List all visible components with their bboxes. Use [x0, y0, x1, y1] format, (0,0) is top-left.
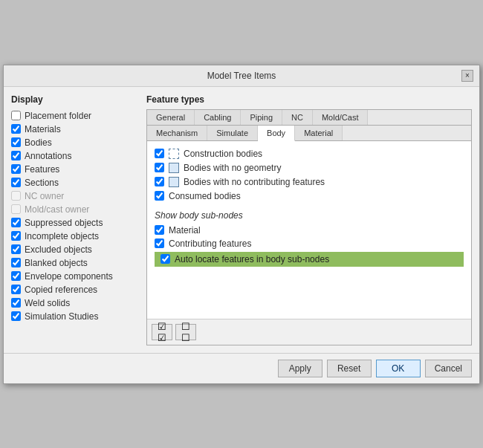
- sub-node-checkbox-0[interactable]: [155, 225, 164, 235]
- display-label-6: NC owner: [25, 191, 64, 201]
- display-checkbox-6: [11, 191, 21, 201]
- display-item-9: Incomplete objects: [11, 230, 139, 243]
- tab-cabling[interactable]: Cabling: [195, 110, 241, 125]
- display-item-0: Placement folder: [11, 109, 139, 123]
- display-checkbox-5[interactable]: [11, 178, 21, 187]
- tab-body[interactable]: Body: [258, 126, 295, 141]
- dialog-footer: Apply Reset OK Cancel: [4, 353, 479, 383]
- display-checkbox-14[interactable]: [11, 298, 21, 308]
- display-item-14: Weld solids: [11, 296, 139, 310]
- sub-nodes-list: MaterialContributing features: [155, 225, 464, 249]
- check-all-icon: ☑☑: [158, 321, 166, 343]
- display-label-0: Placement folder: [25, 111, 91, 121]
- sub-node-checkbox-1[interactable]: [155, 238, 164, 248]
- sub-nodes-label: Show body sub-nodes: [155, 210, 464, 221]
- display-checkbox-11[interactable]: [11, 258, 21, 267]
- display-checkbox-1[interactable]: [11, 124, 21, 134]
- display-item-6: NC owner: [11, 189, 139, 203]
- display-item-12: Envelope components: [11, 270, 139, 283]
- reset-button[interactable]: Reset: [327, 360, 372, 377]
- uncheck-all-button[interactable]: ☐☐: [175, 324, 196, 340]
- display-checkbox-10[interactable]: [11, 244, 21, 254]
- tab-mold-cast[interactable]: Mold/Cast: [313, 110, 369, 125]
- auto-locate-label: Auto locate features in body sub-nodes: [175, 254, 329, 264]
- display-checkbox-4[interactable]: [11, 164, 21, 174]
- display-item-5: Sections: [11, 176, 139, 189]
- display-item-7: Mold/cast owner: [11, 203, 139, 216]
- solid-icon-2: [169, 177, 179, 187]
- display-label-4: Features: [25, 164, 59, 175]
- display-item-11: Blanked objects: [11, 256, 139, 270]
- display-checkbox-13[interactable]: [11, 285, 21, 294]
- body-checkbox-item-2: Bodies with no contributing features: [155, 177, 464, 187]
- dialog-window: Model Tree Items × Display Placement fol…: [3, 65, 480, 384]
- display-item-10: Excluded objects: [11, 243, 139, 256]
- dialog-title: Model Tree Items: [22, 71, 461, 81]
- body-checkbox-item-3: Consumed bodies: [155, 191, 464, 201]
- display-label-14: Weld solids: [25, 298, 70, 308]
- display-label-7: Mold/cast owner: [25, 204, 89, 215]
- tabs-row-1: GeneralCablingPipingNCMold/Cast: [147, 110, 471, 126]
- tab-nc[interactable]: NC: [282, 110, 313, 125]
- body-checkbox-3[interactable]: [155, 191, 164, 201]
- display-item-15: Simulation Studies: [11, 310, 139, 323]
- close-button[interactable]: ×: [461, 70, 473, 82]
- highlighted-auto-locate: Auto locate features in body sub-nodes: [155, 252, 464, 267]
- sub-node-label-1: Contributing features: [169, 238, 251, 249]
- display-label-11: Blanked objects: [25, 258, 88, 268]
- display-checkbox-0[interactable]: [11, 111, 21, 120]
- body-checkbox-label-0: Construction bodies: [184, 149, 262, 159]
- body-checkbox-1[interactable]: [155, 163, 164, 172]
- body-checkbox-label-2: Bodies with no contributing features: [184, 177, 325, 187]
- display-item-3: Annotations: [11, 149, 139, 163]
- dialog-body: Display Placement folderMaterialsBodiesA…: [4, 87, 479, 353]
- display-label-9: Incomplete objects: [25, 231, 99, 241]
- display-checkbox-7: [11, 204, 21, 214]
- display-checkbox-12[interactable]: [11, 271, 21, 281]
- body-checkbox-item-0: Construction bodies: [155, 149, 464, 159]
- display-label-1: Materials: [25, 124, 61, 134]
- display-label-5: Sections: [25, 178, 59, 188]
- display-item-8: Suppressed objects: [11, 216, 139, 230]
- display-item-4: Features: [11, 163, 139, 176]
- display-checkbox-2[interactable]: [11, 137, 21, 147]
- display-item-13: Copied references: [11, 283, 139, 296]
- auto-locate-checkbox[interactable]: [161, 254, 170, 264]
- tab-simulate[interactable]: Simulate: [207, 126, 258, 140]
- body-checkbox-item-1: Bodies with no geometry: [155, 163, 464, 173]
- display-checkboxes: Placement folderMaterialsBodiesAnnotatio…: [11, 109, 139, 323]
- tabs-container: GeneralCablingPipingNCMold/Cast Mechanis…: [146, 109, 472, 345]
- tab-toolbar: ☑☑ ☐☐: [147, 319, 471, 345]
- body-checkbox-0[interactable]: [155, 149, 164, 158]
- display-item-1: Materials: [11, 123, 139, 136]
- body-checkbox-label-1: Bodies with no geometry: [184, 163, 281, 173]
- feature-types-title: Feature types: [146, 94, 472, 105]
- ok-button[interactable]: OK: [376, 360, 421, 377]
- body-checkbox-2[interactable]: [155, 177, 164, 186]
- tab-piping[interactable]: Piping: [241, 110, 282, 125]
- display-label-2: Bodies: [25, 137, 52, 148]
- display-checkbox-8[interactable]: [11, 218, 21, 227]
- display-checkbox-3[interactable]: [11, 151, 21, 160]
- body-checkbox-label-3: Consumed bodies: [169, 191, 241, 201]
- tab-general[interactable]: General: [147, 110, 195, 125]
- check-all-button[interactable]: ☑☑: [152, 324, 172, 340]
- body-tab-content: Construction bodiesBodies with no geomet…: [147, 141, 471, 274]
- left-panel: Display Placement folderMaterialsBodiesA…: [11, 94, 139, 345]
- display-label-12: Envelope components: [25, 271, 113, 282]
- tab-mechanism[interactable]: Mechanism: [147, 126, 207, 140]
- tabs-row-2: MechanismSimulateBodyMaterial: [147, 126, 471, 141]
- display-checkbox-15[interactable]: [11, 311, 21, 321]
- display-label-15: Simulation Studies: [25, 311, 98, 322]
- uncheck-all-icon: ☐☐: [181, 321, 190, 343]
- display-checkbox-9[interactable]: [11, 231, 21, 241]
- display-label-3: Annotations: [25, 151, 71, 161]
- apply-button[interactable]: Apply: [278, 360, 322, 377]
- display-label-13: Copied references: [25, 285, 97, 295]
- body-checkboxes: Construction bodiesBodies with no geomet…: [155, 149, 464, 201]
- right-panel: Feature types GeneralCablingPipingNCMold…: [146, 94, 472, 345]
- tab-material[interactable]: Material: [295, 126, 343, 140]
- solid-icon-1: [169, 163, 179, 173]
- display-label-8: Suppressed objects: [25, 218, 103, 228]
- cancel-button[interactable]: Cancel: [425, 360, 472, 377]
